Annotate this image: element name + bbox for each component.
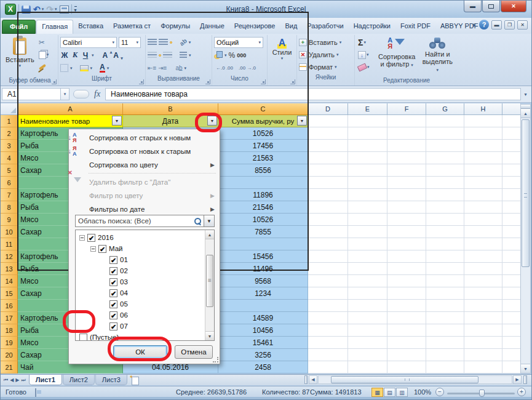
shrink-font-button[interactable]: А [113, 51, 122, 60]
cell-C20[interactable]: 3256 [218, 349, 308, 361]
cell-H5[interactable] [464, 164, 502, 177]
filter-button-a[interactable]: ▼ [112, 116, 122, 126]
scroll-right-icon[interactable]: ▶ [513, 375, 522, 384]
cell-E21[interactable] [348, 361, 387, 374]
underline-dropdown[interactable]: ▾ [92, 53, 94, 58]
row-header-21[interactable]: 21 [1, 361, 18, 374]
menu-item-sort-newest-oldest[interactable]: ЯА↓Сортировка от новых к старым [69, 145, 219, 158]
row-header-4[interactable]: 4 [1, 152, 18, 164]
cell-H8[interactable] [464, 201, 502, 214]
row-header-14[interactable]: 14 [1, 275, 18, 287]
row-header-17[interactable]: 17 [1, 312, 18, 324]
tree-item-03[interactable]: ✔03 [101, 276, 128, 287]
cell-E1[interactable] [348, 115, 387, 127]
name-box[interactable]: A1 [2, 88, 61, 100]
autosum-button[interactable]: Σ▾ [357, 37, 375, 48]
cell-H16[interactable] [464, 300, 502, 312]
cell-D17[interactable] [308, 312, 348, 324]
search-scope-dropdown[interactable]: ▼ [204, 215, 215, 227]
cell-G8[interactable] [426, 201, 464, 214]
cell-H14[interactable] [464, 275, 502, 287]
cell-C11[interactable] [218, 238, 308, 250]
cell-D18[interactable] [308, 324, 348, 337]
menu-item-sort-oldest-newest[interactable]: АЯ↓Сортировка от старых к новым [69, 131, 219, 145]
cell-partial-14[interactable] [502, 275, 521, 287]
align-top-button[interactable] [148, 39, 157, 46]
restore-button[interactable] [482, 1, 500, 12]
help-icon[interactable]: ? [479, 20, 489, 30]
collapse-icon[interactable] [90, 246, 96, 252]
cell-E3[interactable] [348, 140, 387, 152]
row-header-13[interactable]: 13 [1, 263, 18, 275]
vertical-split-handle[interactable] [521, 105, 530, 109]
cell-D21[interactable] [308, 361, 348, 374]
zoom-slider-thumb[interactable] [479, 390, 485, 397]
insert-worksheet-icon[interactable] [129, 375, 141, 385]
cell-E13[interactable] [348, 263, 387, 275]
cell-E7[interactable] [348, 189, 387, 201]
align-right-button[interactable] [163, 52, 172, 58]
cell-H20[interactable] [464, 349, 502, 361]
cell-H4[interactable] [464, 152, 502, 164]
column-header-B[interactable]: B [123, 103, 218, 115]
fill-color-dropdown[interactable]: ▾ [90, 66, 93, 71]
normal-view-icon[interactable]: ▦ [371, 388, 383, 397]
checkbox-checked[interactable]: ✔ [109, 289, 117, 297]
increase-indent-button[interactable]: ⇥≡ [158, 65, 167, 71]
insert-cells-button[interactable]: +Вставить▾ [299, 36, 352, 49]
cell-H21[interactable] [464, 361, 502, 374]
cell-G16[interactable] [426, 300, 464, 312]
cell-F18[interactable] [387, 324, 426, 337]
cell-G11[interactable] [426, 238, 464, 250]
cell-partial-7[interactable] [502, 189, 521, 201]
horizontal-split-handle[interactable] [304, 375, 308, 384]
cell-E2[interactable] [348, 127, 387, 140]
dialog-launcher-icon[interactable] [290, 79, 295, 84]
clear-button[interactable]: ▾ [357, 62, 375, 73]
first-sheet-icon[interactable]: ⏮ [4, 377, 8, 383]
cell-D16[interactable] [308, 300, 348, 312]
cell-G3[interactable] [426, 140, 464, 152]
tab-developer[interactable]: Разработчи [302, 20, 348, 34]
cell-D14[interactable] [308, 275, 348, 287]
cell-partial-9[interactable] [502, 214, 521, 226]
sheet-tab-Лист3[interactable]: Лист3 [95, 375, 127, 385]
align-left-button[interactable] [148, 52, 157, 58]
row-header-9[interactable]: 9 [1, 214, 18, 226]
fill-color-button[interactable] [80, 65, 89, 71]
zoom-in-button[interactable]: + [517, 388, 526, 396]
dialog-launcher-icon[interactable] [205, 79, 210, 84]
cell-C18[interactable]: 10456 [218, 324, 308, 337]
workbook-close-button[interactable]: ✕ [517, 20, 528, 30]
cell-partial-19[interactable] [502, 337, 521, 349]
decrease-decimal-button[interactable]: .00 →.0 [237, 64, 258, 72]
row-header-3[interactable]: 3 [1, 140, 18, 152]
cell-D11[interactable] [308, 238, 348, 250]
menu-item-sort-by-color[interactable]: Сортировка по цвету▶ [69, 158, 219, 172]
increase-decimal-button[interactable]: ←.0 .00 [214, 64, 235, 72]
cell-E4[interactable] [348, 152, 387, 164]
font-size-select[interactable]: 11▾ [119, 37, 141, 48]
cell-C4[interactable]: 21563 [218, 152, 308, 164]
cell-G2[interactable] [426, 127, 464, 140]
scroll-left-icon[interactable]: ◀ [309, 375, 317, 384]
cell-E8[interactable] [348, 201, 387, 214]
cell-H3[interactable] [464, 140, 502, 152]
borders-button[interactable] [60, 64, 68, 72]
cell-C10[interactable]: 7855 [218, 226, 308, 238]
font-color-dropdown[interactable]: ▾ [107, 66, 109, 71]
cell-D5[interactable] [308, 164, 348, 177]
cell-F5[interactable] [387, 164, 426, 177]
tab-insert[interactable]: Вставка [73, 20, 108, 34]
cell-C16[interactable] [218, 300, 308, 312]
zoom-slider[interactable] [447, 393, 515, 394]
orientation-button[interactable]: ab [178, 38, 188, 47]
align-middle-button[interactable] [159, 39, 168, 46]
cell-H2[interactable] [464, 127, 502, 140]
cell-G21[interactable] [426, 361, 464, 374]
workbook-minimize-button[interactable]: ▬ [491, 20, 502, 30]
cell-F10[interactable] [387, 226, 426, 238]
cell-D20[interactable] [308, 349, 348, 361]
next-sheet-icon[interactable]: ▶ [15, 377, 19, 383]
bold-button[interactable]: Ж [60, 51, 69, 60]
